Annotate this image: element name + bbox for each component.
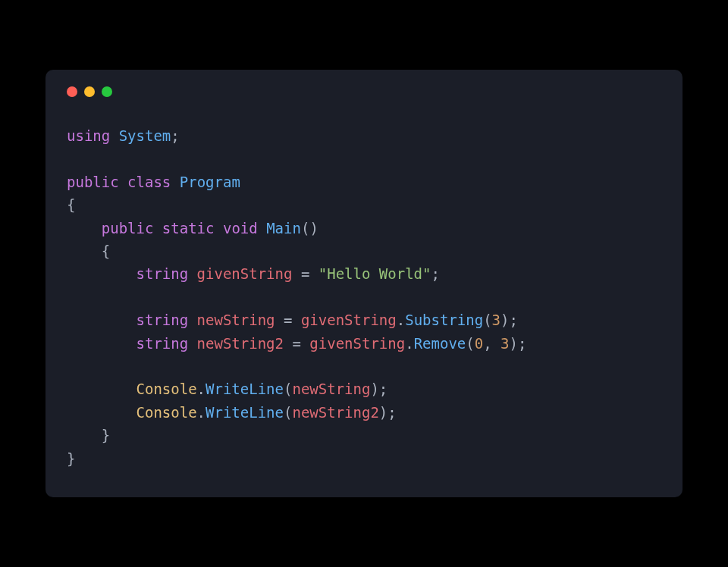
punct-brace: } (67, 450, 75, 467)
punct-parens: () (301, 220, 318, 237)
keyword-static: static (162, 220, 215, 237)
punct-dot: . (405, 335, 413, 352)
keyword-void: void (223, 220, 258, 237)
code-block: using System; public class Program { pub… (67, 124, 661, 470)
code-line: public static void Main() (67, 220, 318, 237)
code-line: string newString = givenString.Substring… (67, 312, 518, 328)
class-console: Console (136, 381, 197, 397)
var-ref: newString2 (292, 404, 378, 421)
minimize-icon[interactable] (84, 86, 95, 97)
punct-brace: { (67, 196, 75, 213)
method-substring: Substring (405, 312, 483, 328)
punct-open: ( (483, 312, 491, 328)
punct-brace: } (102, 427, 110, 443)
code-window: using System; public class Program { pub… (46, 70, 682, 497)
var-ref: givenString (309, 335, 405, 352)
punct-close: ); (500, 312, 518, 328)
var-ref: givenString (301, 312, 397, 328)
maximize-icon[interactable] (102, 86, 112, 97)
var-newstring2: newString2 (197, 335, 284, 352)
punct-semi: ; (171, 127, 179, 144)
class-program: Program (180, 174, 240, 190)
code-line: public class Program (67, 174, 240, 190)
punct-dot: . (197, 381, 206, 397)
close-icon[interactable] (67, 86, 77, 97)
var-newstring: newString (197, 312, 275, 328)
punct-close: ); (370, 381, 388, 397)
titlebar (67, 86, 661, 97)
punct-close: ); (379, 404, 397, 421)
punct-comma: , (483, 335, 500, 352)
var-givenstring: givenString (197, 265, 293, 282)
string-literal: "Hello World" (318, 265, 431, 282)
code-line: Console.WriteLine(newString2); (67, 404, 397, 421)
number-literal: 3 (492, 312, 500, 328)
punct-dot: . (197, 404, 206, 421)
method-writeline: WriteLine (206, 404, 284, 421)
keyword-class: class (127, 174, 171, 190)
code-line: Console.WriteLine(newString); (67, 381, 388, 397)
number-literal: 0 (475, 335, 483, 352)
method-writeline: WriteLine (206, 381, 284, 397)
code-line: { (67, 196, 75, 213)
type-string: string (136, 312, 189, 328)
punct-open: ( (466, 335, 474, 352)
keyword-public: public (67, 174, 119, 190)
punct-open: ( (284, 381, 292, 397)
punct-brace: { (102, 243, 110, 259)
type-string: string (136, 335, 189, 352)
class-console: Console (136, 404, 197, 421)
number-literal: 3 (500, 335, 509, 352)
code-line: string givenString = "Hello World"; (67, 265, 440, 282)
keyword-using: using (67, 127, 110, 144)
punct-close: ); (510, 335, 527, 352)
method-main: Main (266, 220, 301, 237)
code-line: using System; (67, 127, 180, 144)
keyword-public: public (102, 220, 154, 237)
punct-open: ( (284, 404, 292, 421)
punct-eq: = (275, 312, 301, 328)
code-line: { (67, 243, 110, 259)
punct-semi: ; (431, 265, 440, 282)
code-line: string newString2 = givenString.Remove(0… (67, 335, 526, 352)
type-string: string (136, 265, 189, 282)
code-line: } (67, 427, 110, 443)
punct-eq: = (284, 335, 309, 352)
punct-dot: . (397, 312, 405, 328)
var-ref: newString (292, 381, 370, 397)
method-remove: Remove (414, 335, 466, 352)
namespace-system: System (119, 127, 171, 144)
code-line: } (67, 450, 75, 467)
punct-eq: = (292, 265, 318, 282)
